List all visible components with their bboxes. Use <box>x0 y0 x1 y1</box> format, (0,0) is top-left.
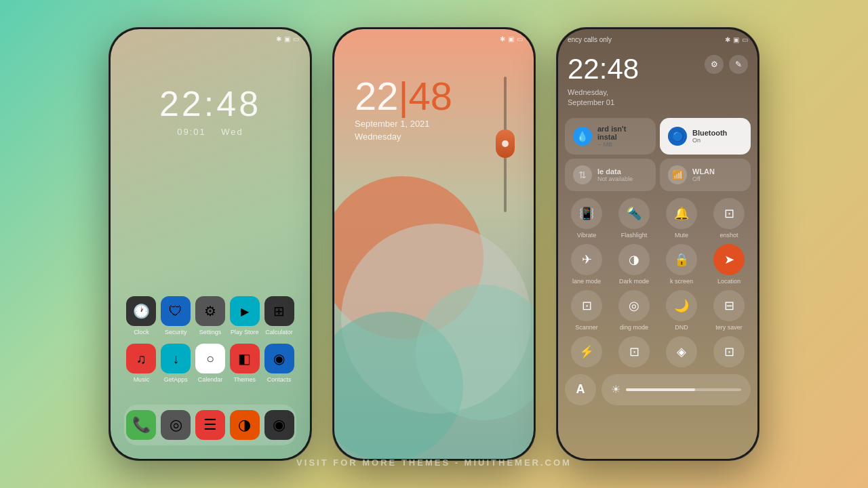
quick-toggles: 💧 ard isn't instal -- MB 🔵 Bluetooth <box>558 114 757 195</box>
phone3-settings-icon[interactable]: ⚙ <box>705 55 724 74</box>
dock-camera2[interactable]: ◎ <box>161 410 191 440</box>
wlan-text: WLAN Off <box>692 167 715 182</box>
ctrl-vibrate[interactable]: 📳 Vibrate <box>565 198 608 239</box>
signal-icon: ▣ <box>284 35 290 43</box>
brightness-sun-icon: ☀ <box>611 383 620 396</box>
extra1-icon: ⚡ <box>571 336 602 367</box>
app-playstore[interactable]: ▶ Play Store <box>228 296 262 336</box>
phone-2: ✱ ▣ ▭ 22|48 September 1, 2021 Wednesday <box>332 27 536 461</box>
dock-cam[interactable]: ◉ <box>264 410 294 440</box>
app-calculator[interactable]: ⊞ Calculator <box>262 296 296 336</box>
dock-theme[interactable]: ◑ <box>230 410 260 440</box>
ctrl-extra3[interactable]: ◈ <box>660 336 703 367</box>
app-themes[interactable]: ◧ Themes <box>228 344 262 383</box>
phone2-day: Wednesday <box>355 131 452 142</box>
bat-icon: ▭ <box>517 35 523 43</box>
phone3-main-time: 22:48 <box>568 55 639 83</box>
phone3-time-section: 22:48 Wednesday, September 01 ⚙ ✎ <box>558 49 757 114</box>
app-settings[interactable]: ⚙ Settings <box>193 296 227 336</box>
airplane-icon: ✈ <box>571 244 602 275</box>
app-music[interactable]: ♫ Music <box>124 344 158 383</box>
location-icon: ➤ <box>713 244 745 275</box>
toggle-mobiledata-card[interactable]: ⇅ le data Not available <box>565 159 656 191</box>
phone2-time-display: 22|48 September 1, 2021 Wednesday <box>355 77 452 142</box>
ctrl-location[interactable]: ➤ Location <box>707 244 751 285</box>
text-size-button[interactable]: A <box>565 374 596 405</box>
bt-status-icon: ✱ <box>725 36 730 43</box>
phone1-sub-time: 09:01 Wed <box>111 127 310 137</box>
phone2-clock: 22|48 <box>355 77 452 116</box>
ctrl-screenshot[interactable]: ⊡ enshot <box>707 198 751 239</box>
app-row-2: ♫ Music ↓ GetApps ○ Calendar ◧ Themes <box>124 344 296 383</box>
ctrl-extra1[interactable]: ⚡ <box>565 336 608 367</box>
app-security[interactable]: 🛡 Security <box>159 296 193 336</box>
app-calendar[interactable]: ○ Calendar <box>193 344 227 383</box>
app-getapps[interactable]: ↓ GetApps <box>159 344 193 383</box>
data-text: ard isn't instal -- MB <box>597 125 648 148</box>
phone3-edit-icon[interactable]: ✎ <box>729 55 748 74</box>
bluetooth-text: Bluetooth On <box>692 129 727 144</box>
toggle-wlan-card[interactable]: 📶 WLAN Off <box>660 159 751 191</box>
ctrl-dnd[interactable]: 🌙 DND <box>660 290 703 331</box>
phone3-bottom-bar: A ☀ <box>558 370 757 409</box>
phone3-date-info: Wednesday, September 01 <box>568 87 639 108</box>
dock-list[interactable]: ☰ <box>195 410 225 440</box>
ctrl-reading[interactable]: ◎ ding mode <box>612 290 656 331</box>
dnd-icon: 🌙 <box>666 290 697 321</box>
extra4-icon: ⊡ <box>713 336 745 367</box>
watermark: VISIT FOR MORE THEMES - MIUITHEMER.COM <box>296 458 572 468</box>
scanner-icon: ⊡ <box>571 290 602 321</box>
ctrl-darkmode[interactable]: ◑ Dark mode <box>612 244 656 285</box>
brightness-control[interactable]: ☀ <box>601 374 751 405</box>
phone3-status-bar: ency calls only ✱ ▣ ▭ <box>558 29 757 49</box>
sig-icon: ▣ <box>508 35 514 43</box>
bluetooth-icon: ✱ <box>276 35 281 43</box>
app-clock[interactable]: 🕐 Clock <box>124 296 158 336</box>
dock-phone[interactable]: 📞 <box>126 410 156 440</box>
phone1-status-bar: ✱ ▣ ▭ <box>111 29 310 48</box>
sig-status-icon: ▣ <box>733 36 739 43</box>
darkmode-icon: ◑ <box>618 244 650 275</box>
reading-icon: ◎ <box>618 290 650 321</box>
phone2-status-bar: ✱ ▣ ▭ <box>334 29 534 48</box>
bt-icon: ✱ <box>500 35 505 43</box>
mobiledata-icon: ⇅ <box>573 165 592 184</box>
ctrl-extra2[interactable]: ⊡ <box>612 336 656 367</box>
ctrl-extra4[interactable]: ⊡ <box>707 336 751 367</box>
phone-1: ✱ ▣ ▭ 22:48 09:01 Wed 🕐 Clock <box>108 27 312 461</box>
toggle-data-card[interactable]: 💧 ard isn't instal -- MB <box>565 118 656 155</box>
phone-3: ency calls only ✱ ▣ ▭ 22:48 Wednesday, S… <box>556 27 760 461</box>
ctrl-airplane[interactable]: ✈ lane mode <box>565 244 608 285</box>
screenshot-icon: ⊡ <box>713 198 745 229</box>
phone2-date: September 1, 2021 <box>355 119 452 129</box>
brightness-slider[interactable] <box>504 77 507 212</box>
bat-status-icon: ▭ <box>742 36 748 43</box>
brightness-thumb[interactable] <box>496 129 515 158</box>
battery-icon: ▭ <box>293 35 299 43</box>
mute-icon: 🔔 <box>666 198 697 229</box>
phone3-top-icons: ⚙ ✎ <box>705 55 748 74</box>
lock-icon: 🔒 <box>666 244 697 275</box>
vibrate-icon: 📳 <box>571 198 602 229</box>
ctrl-row-3: ⊡ Scanner ◎ ding mode 🌙 DND ⊟ tery saver <box>558 287 757 333</box>
flashlight-icon: 🔦 <box>618 198 650 229</box>
ctrl-row-2: ✈ lane mode ◑ Dark mode 🔒 k screen ➤ Loc… <box>558 241 757 287</box>
ctrl-mute[interactable]: 🔔 Mute <box>660 198 703 239</box>
ctrl-flashlight[interactable]: 🔦 Flashlight <box>612 198 656 239</box>
phone1-app-grid: 🕐 Clock 🛡 Security ⚙ Settings ▶ Play Sto… <box>124 296 296 391</box>
batterysaver-icon: ⊟ <box>713 290 745 321</box>
toggle-bluetooth-card[interactable]: 🔵 Bluetooth On <box>660 118 751 155</box>
app-contacts[interactable]: ◉ Contacts <box>262 344 296 383</box>
ctrl-scanner[interactable]: ⊡ Scanner <box>565 290 608 331</box>
ctrl-batterysaver[interactable]: ⊟ tery saver <box>707 290 751 331</box>
bluetooth-toggle-icon: 🔵 <box>668 127 687 146</box>
wifi-toggle-icon: 📶 <box>668 165 687 184</box>
ctrl-row-4: ⚡ ⊡ ◈ ⊡ <box>558 333 757 370</box>
phone1-main-time: 22:48 <box>111 83 310 124</box>
phone3-status-text: ency calls only <box>568 36 612 43</box>
brightness-fill <box>626 388 695 391</box>
extra2-icon: ⊡ <box>618 336 650 367</box>
brightness-track <box>626 388 741 391</box>
ctrl-lockscreen[interactable]: 🔒 k screen <box>660 244 703 285</box>
phone1-dock: 📞 ◎ ☰ ◑ ◉ <box>124 405 296 445</box>
